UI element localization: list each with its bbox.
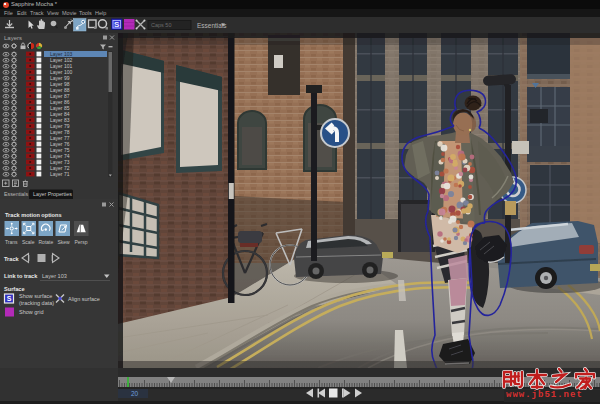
svg-text:Show surface: Show surface <box>19 293 52 299</box>
svg-text:Skew: Skew <box>58 239 71 245</box>
svg-text:Align surface: Align surface <box>68 296 100 302</box>
svg-text:Layer 103: Layer 103 <box>42 273 67 279</box>
svg-text:Show grid: Show grid <box>19 309 43 315</box>
svg-text:Layers: Layers <box>4 35 22 41</box>
svg-text:Track motion options: Track motion options <box>5 212 62 218</box>
svg-text:(tracking data): (tracking data) <box>19 300 54 306</box>
svg-text:20: 20 <box>131 390 139 397</box>
svg-text:Track: Track <box>4 256 20 262</box>
svg-text:Scale: Scale <box>22 239 35 245</box>
svg-text:Trans: Trans <box>5 239 18 245</box>
svg-text:S: S <box>7 295 12 302</box>
svg-text:Essentials: Essentials <box>4 191 28 197</box>
svg-text:Rotate: Rotate <box>39 239 54 245</box>
svg-text:Persp: Persp <box>75 239 88 245</box>
svg-text:Caps 50: Caps 50 <box>151 22 172 28</box>
svg-text:Link to track: Link to track <box>4 273 38 279</box>
svg-text:Layer Properties: Layer Properties <box>33 191 72 197</box>
svg-text:Layer 71: Layer 71 <box>50 171 70 177</box>
svg-text:Surface: Surface <box>4 286 25 292</box>
svg-text:S: S <box>114 20 120 29</box>
